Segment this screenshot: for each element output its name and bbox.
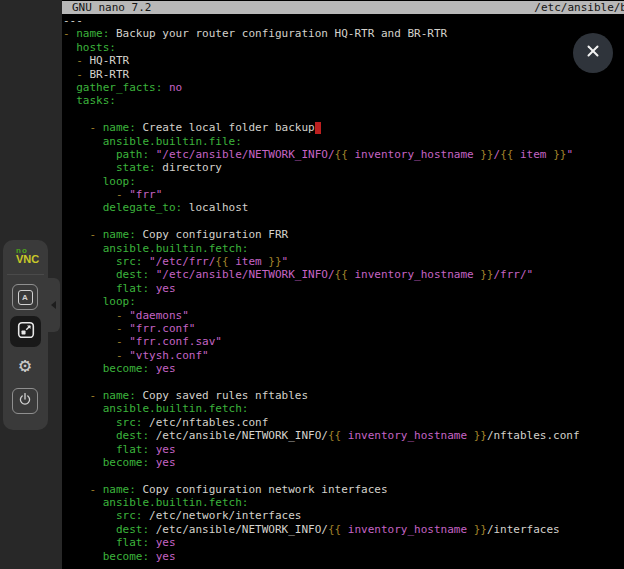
- power-icon: [17, 391, 33, 411]
- vnc-control-strip: no VNC A ⚙: [0, 0, 62, 569]
- fullscreen-icon: [17, 321, 35, 343]
- nano-app-title: GNU nano 7.2: [72, 1, 151, 14]
- close-icon: [584, 42, 602, 64]
- novnc-logo: no VNC: [16, 247, 39, 265]
- fullscreen-button[interactable]: [10, 316, 41, 347]
- chevron-left-icon: [51, 301, 56, 309]
- control-bar-handle[interactable]: [48, 278, 60, 332]
- novnc-logo-vnc: VNC: [16, 254, 39, 265]
- gear-icon: ⚙: [19, 355, 31, 375]
- nano-file-path: /etc/ansible/b: [534, 1, 624, 14]
- settings-button[interactable]: ⚙: [12, 352, 38, 378]
- close-button[interactable]: [573, 33, 613, 73]
- power-button[interactable]: [12, 388, 38, 414]
- editor-text[interactable]: ---- name: Backup your router configurat…: [63, 14, 580, 563]
- panel-divider: [7, 274, 44, 275]
- nano-titlebar: GNU nano 7.2 /etc/ansible/b: [62, 1, 624, 14]
- keyboard-a-icon: A: [18, 290, 33, 305]
- extra-keys-button[interactable]: A: [12, 284, 38, 310]
- vnc-control-bar: no VNC A ⚙: [3, 240, 48, 430]
- terminal-window[interactable]: GNU nano 7.2 /etc/ansible/b ---- name: B…: [62, 0, 624, 569]
